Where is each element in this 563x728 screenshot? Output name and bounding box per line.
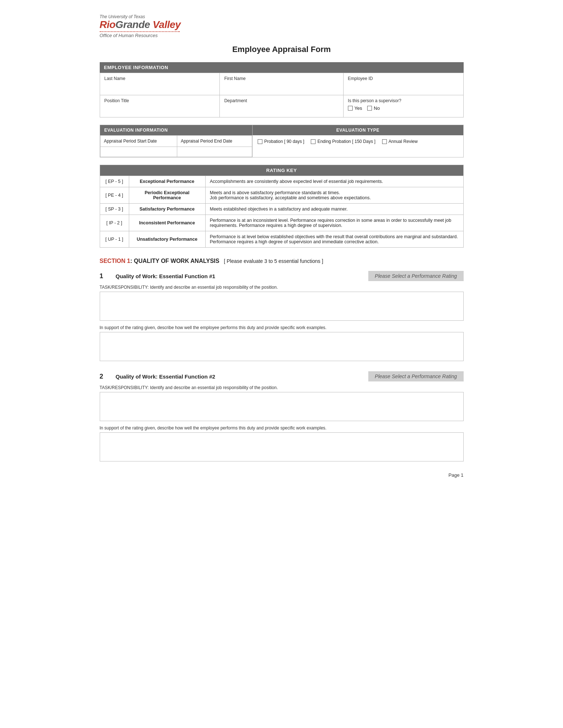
rating-code: [ UP - 1 ]: [100, 231, 129, 248]
section1-main: QUALITY OF WORK ANALYSIS: [134, 258, 219, 264]
no-checkbox[interactable]: [367, 106, 372, 111]
first-name-label: First Name: [224, 76, 339, 81]
qow-function-2: 2 Quality of Work: Essential Function #2…: [100, 371, 464, 461]
rating-row: [ PE - 4 ] Periodic Exceptional Performa…: [100, 187, 463, 204]
employee-info-table: Last Name First Name Employee ID Positio…: [100, 73, 464, 117]
qow-rating-button-1[interactable]: Please Select a Performance Rating: [368, 271, 464, 281]
qow-functions: 1 Quality of Work: Essential Function #1…: [100, 271, 464, 461]
evaluation-outer-table: EVALUATION INFORMATION Appraisal Period …: [100, 125, 464, 157]
logo-divider: [100, 31, 180, 32]
qow-task-label-1: TASK/RESPONSIBILITY: Identify and descri…: [100, 285, 464, 290]
rating-description: Performance is at an inconsistent level.…: [205, 215, 463, 231]
qow-rating-button-2[interactable]: Please Select a Performance Rating: [368, 371, 464, 381]
probation-checkbox[interactable]: [258, 139, 262, 144]
position-title-label: Position Title: [104, 98, 215, 103]
rating-description: Accomplishments are consistently above e…: [205, 176, 463, 187]
qow-support-label-1: In support of the rating given, describe…: [100, 325, 464, 330]
section1: SECTION 1: QUALITY OF WORK ANALYSIS [ Pl…: [100, 258, 464, 461]
rating-name: Inconsistent Performance: [129, 215, 205, 231]
last-name-label: Last Name: [104, 76, 215, 81]
supervisor-no[interactable]: No: [367, 105, 380, 111]
qow-number-1: 1: [100, 272, 107, 280]
rating-key-section: RATING KEY [ EP - 5 ] Exceptional Perfor…: [100, 165, 464, 248]
qow-function-1: 1 Quality of Work: Essential Function #1…: [100, 271, 464, 361]
rating-code: [ PE - 4 ]: [100, 187, 129, 204]
qow-task-textarea-1[interactable]: [100, 292, 464, 321]
rating-row: [ IP - 2 ] Inconsistent Performance Perf…: [100, 215, 463, 231]
employee-info-section: EMPLOYEE INFORMATION Last Name First Nam…: [100, 62, 464, 117]
probation-label: Probation [ 90 days ]: [264, 139, 304, 144]
end-date-label: Appraisal Period End Date: [177, 136, 252, 147]
eval-type-content: Probation [ 90 days ] Ending Probation […: [253, 135, 463, 148]
rating-row: [ SP - 3 ] Satisfactory Performance Meet…: [100, 204, 463, 215]
rating-row: [ UP - 1 ] Unsatisfactory Performance Pe…: [100, 231, 463, 248]
eval-type-header: EVALUATION TYPE: [253, 125, 463, 135]
employee-id-label: Employee ID: [348, 76, 459, 81]
section1-heading: SECTION 1: QUALITY OF WORK ANALYSIS [ Pl…: [100, 258, 464, 264]
rating-code: [ EP - 5 ]: [100, 176, 129, 187]
yes-checkbox[interactable]: [348, 106, 353, 111]
annual-review-label: Annual Review: [389, 139, 418, 144]
rating-description: Meets established objectives in a satisf…: [205, 204, 463, 215]
ending-probation-checkbox[interactable]: [311, 139, 316, 144]
rating-key-header: RATING KEY: [100, 165, 463, 176]
ending-probation-checkbox-item[interactable]: Ending Probation [ 150 Days ]: [311, 139, 375, 144]
start-date-label: Appraisal Period Start Date: [100, 136, 177, 147]
logo-ohr: Office of Human Resources: [100, 33, 464, 38]
eval-info-header: EVALUATION INFORMATION: [100, 125, 253, 135]
qow-title-2: Quality of Work: Essential Function #2: [116, 373, 215, 380]
logo-area: The University of Texas RioGrande Valley…: [100, 15, 464, 38]
qow-task-label-2: TASK/RESPONSIBILITY: Identify and descri…: [100, 385, 464, 390]
page-number: Page 1: [100, 472, 464, 478]
rating-row: [ EP - 5 ] Exceptional Performance Accom…: [100, 176, 463, 187]
rating-name: Periodic Exceptional Performance: [129, 187, 205, 204]
qow-support-label-2: In support of the rating given, describe…: [100, 425, 464, 431]
qow-title-1: Quality of Work: Essential Function #1: [116, 273, 215, 279]
supervisor-label: Is this person a supervisor?: [348, 98, 459, 103]
eval-inner-table: Appraisal Period Start Date Appraisal Pe…: [100, 135, 253, 157]
qow-number-2: 2: [100, 373, 107, 380]
annual-review-checkbox-item[interactable]: Annual Review: [382, 139, 418, 144]
section1-colon: :: [130, 258, 134, 264]
rating-name: Satisfactory Performance: [129, 204, 205, 215]
rating-key-table: RATING KEY [ EP - 5 ] Exceptional Perfor…: [100, 165, 464, 248]
department-label: Department: [224, 98, 339, 103]
ending-probation-label: Ending Probation [ 150 Days ]: [317, 139, 375, 144]
qow-header-1: 1 Quality of Work: Essential Function #1…: [100, 271, 464, 281]
employee-info-header: EMPLOYEE INFORMATION: [100, 62, 464, 73]
rating-code: [ IP - 2 ]: [100, 215, 129, 231]
section1-sub: [ Please evaluate 3 to 5 essential funct…: [221, 258, 323, 264]
page-title: Employee Appraisal Form: [100, 45, 464, 54]
section1-label: SECTION 1: [100, 258, 130, 264]
annual-review-checkbox[interactable]: [382, 139, 387, 144]
qow-task-textarea-2[interactable]: [100, 392, 464, 421]
qow-support-textarea-2[interactable]: [100, 432, 464, 461]
no-label: No: [374, 105, 380, 111]
logo-line2: RioGrande Valley: [100, 19, 464, 31]
yes-label: Yes: [354, 105, 362, 111]
rating-name: Exceptional Performance: [129, 176, 205, 187]
rating-description: Performance is at level below establishe…: [205, 231, 463, 248]
qow-header-2: 2 Quality of Work: Essential Function #2…: [100, 371, 464, 381]
rating-code: [ SP - 3 ]: [100, 204, 129, 215]
rating-name: Unsatisfactory Performance: [129, 231, 205, 248]
qow-support-textarea-1[interactable]: [100, 332, 464, 361]
probation-checkbox-item[interactable]: Probation [ 90 days ]: [258, 139, 304, 144]
supervisor-yes[interactable]: Yes: [348, 105, 362, 111]
evaluation-section: EVALUATION INFORMATION Appraisal Period …: [100, 125, 464, 157]
university-logo: The University of Texas RioGrande Valley…: [100, 15, 464, 38]
rating-description: Meets and is above satisfactory performa…: [205, 187, 463, 204]
